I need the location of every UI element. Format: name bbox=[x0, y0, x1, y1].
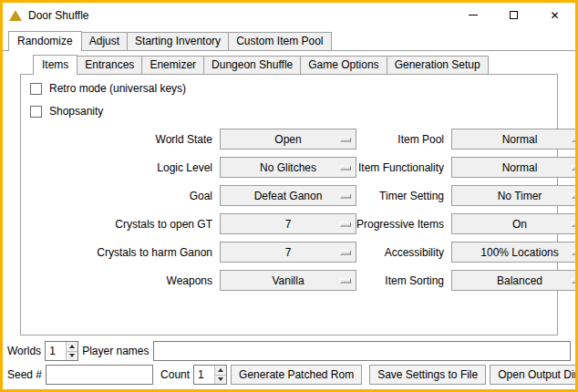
shopsanity-checkbox[interactable]: Shopsanity bbox=[30, 105, 550, 118]
setting-row: Crystals to open GT 7 bbox=[30, 213, 356, 234]
window: Door Shuffle ✕ Randomize Adjust Starting… bbox=[0, 0, 578, 392]
save-settings-button[interactable]: Save Settings to File bbox=[369, 365, 486, 385]
dropdown-indicator-icon bbox=[572, 278, 575, 283]
tab-custom-item-pool[interactable]: Custom Item Pool bbox=[228, 32, 331, 50]
settings-column-left: World State Open Logic Level No Glitches bbox=[30, 129, 356, 298]
seed-input[interactable] bbox=[46, 365, 153, 385]
weapons-label: Weapons bbox=[30, 274, 212, 287]
minimize-button[interactable] bbox=[452, 3, 493, 27]
dropdown-indicator-icon bbox=[340, 137, 351, 141]
goal-dropdown[interactable]: Defeat Ganon bbox=[220, 185, 356, 206]
arrow-up-icon bbox=[69, 345, 75, 348]
tab-enemizer[interactable]: Enemizer bbox=[141, 56, 204, 74]
arrow-down-icon bbox=[69, 354, 75, 357]
crystals-ganon-label: Crystals to harm Ganon bbox=[30, 246, 212, 259]
dropdown-indicator-icon bbox=[572, 165, 575, 170]
setting-row: Logic Level No Glitches bbox=[30, 157, 356, 178]
accessibility-dropdown[interactable]: 100% Locations bbox=[451, 242, 575, 263]
weapons-value: Vanilla bbox=[272, 274, 304, 287]
setting-row: World State Open bbox=[30, 129, 356, 150]
setting-row: Goal Defeat Ganon bbox=[30, 185, 356, 206]
spin-up-button[interactable] bbox=[67, 342, 77, 351]
world-state-value: Open bbox=[274, 133, 301, 146]
dropdown-indicator-icon bbox=[572, 193, 575, 198]
arrow-up-icon bbox=[218, 368, 223, 372]
setting-row: Accessibility 100% Locations bbox=[356, 242, 575, 263]
app-icon bbox=[9, 10, 22, 21]
logic-level-label: Logic Level bbox=[30, 161, 212, 174]
accessibility-label: Accessibility bbox=[356, 246, 444, 259]
tab-randomize[interactable]: Randomize bbox=[8, 31, 82, 51]
progressive-items-dropdown[interactable]: On bbox=[451, 213, 575, 234]
titlebar: Door Shuffle ✕ bbox=[3, 3, 575, 27]
close-button[interactable]: ✕ bbox=[534, 3, 575, 27]
crystals-gt-dropdown[interactable]: 7 bbox=[220, 213, 356, 234]
weapons-dropdown[interactable]: Vanilla bbox=[220, 270, 356, 291]
crystals-ganon-value: 7 bbox=[285, 246, 292, 259]
settings-grid: World State Open Logic Level No Glitches bbox=[30, 129, 550, 298]
spin-down-button[interactable] bbox=[215, 375, 226, 385]
dropdown-indicator-icon bbox=[340, 222, 351, 226]
player-names-input[interactable] bbox=[153, 341, 572, 361]
tab-items[interactable]: Items bbox=[33, 55, 77, 75]
items-panel: Retro mode (universal keys) Shopsanity W… bbox=[20, 74, 558, 335]
item-pool-dropdown[interactable]: Normal bbox=[451, 129, 575, 150]
goal-value: Defeat Ganon bbox=[254, 190, 323, 202]
setting-row: Item Functionality Normal bbox=[356, 157, 575, 178]
item-pool-label: Item Pool bbox=[356, 133, 444, 146]
tab-adjust[interactable]: Adjust bbox=[81, 32, 128, 50]
spin-buttons bbox=[214, 366, 226, 384]
tab-generation-setup[interactable]: Generation Setup bbox=[387, 56, 489, 74]
arrow-down-icon bbox=[218, 377, 223, 381]
secondary-tabs: Items Entrances Enemizer Dungeon Shuffle… bbox=[33, 55, 558, 74]
timer-setting-value: No Timer bbox=[498, 190, 542, 202]
logic-level-dropdown[interactable]: No Glitches bbox=[220, 157, 356, 178]
item-functionality-dropdown[interactable]: Normal bbox=[451, 157, 575, 178]
tab-starting-inventory[interactable]: Starting Inventory bbox=[127, 32, 229, 50]
retro-mode-checkbox[interactable]: Retro mode (universal keys) bbox=[30, 82, 550, 95]
crystals-gt-label: Crystals to open GT bbox=[30, 218, 212, 231]
spin-up-button[interactable] bbox=[215, 366, 226, 375]
spin-buttons bbox=[66, 342, 77, 360]
dropdown-indicator-icon bbox=[572, 222, 575, 226]
timer-setting-dropdown[interactable]: No Timer bbox=[451, 185, 575, 206]
minimize-icon bbox=[469, 15, 478, 15]
seed-label: Seed # bbox=[7, 368, 42, 381]
tab-dungeon-shuffle[interactable]: Dungeon Shuffle bbox=[203, 56, 301, 74]
maximize-icon bbox=[510, 11, 518, 19]
world-state-dropdown[interactable]: Open bbox=[220, 129, 356, 150]
seed-row: Seed # Count 1 Generate Patched Rom Save… bbox=[7, 365, 571, 385]
shopsanity-label: Shopsanity bbox=[49, 105, 103, 118]
item-sorting-dropdown[interactable]: Balanced bbox=[451, 270, 575, 291]
checkbox-box-icon bbox=[30, 106, 42, 118]
setting-row: Weapons Vanilla bbox=[30, 270, 356, 291]
setting-row: Progressive Items On bbox=[356, 213, 575, 234]
accessibility-value: 100% Locations bbox=[480, 246, 558, 259]
window-inner: Door Shuffle ✕ Randomize Adjust Starting… bbox=[3, 3, 575, 389]
setting-row: Timer Setting No Timer bbox=[356, 185, 575, 206]
item-pool-value: Normal bbox=[502, 133, 538, 146]
tab-entrances[interactable]: Entrances bbox=[77, 56, 142, 74]
worlds-spinbox[interactable]: 1 bbox=[45, 341, 78, 361]
crystals-gt-value: 7 bbox=[285, 218, 292, 231]
randomize-panel: Items Entrances Enemizer Dungeon Shuffle… bbox=[3, 51, 575, 335]
spin-down-button[interactable] bbox=[67, 351, 77, 361]
dropdown-indicator-icon bbox=[572, 250, 575, 254]
checkbox-box-icon bbox=[30, 83, 42, 95]
goal-label: Goal bbox=[30, 190, 212, 202]
retro-mode-label: Retro mode (universal keys) bbox=[49, 82, 186, 95]
count-label: Count bbox=[160, 368, 190, 381]
maximize-button[interactable] bbox=[493, 3, 534, 27]
settings-column-right: Item Pool Normal Item Functionality Norm… bbox=[356, 129, 575, 298]
worlds-label: Worlds bbox=[7, 345, 41, 357]
item-sorting-value: Balanced bbox=[497, 274, 542, 287]
window-title: Door Shuffle bbox=[28, 9, 89, 22]
generate-patched-rom-button[interactable]: Generate Patched Rom bbox=[231, 365, 362, 385]
count-spinbox[interactable]: 1 bbox=[193, 365, 227, 385]
tab-game-options[interactable]: Game Options bbox=[300, 56, 387, 74]
window-controls: ✕ bbox=[452, 3, 575, 27]
world-state-label: World State bbox=[30, 133, 212, 146]
crystals-ganon-dropdown[interactable]: 7 bbox=[220, 242, 356, 263]
dropdown-indicator-icon bbox=[572, 137, 575, 141]
open-output-directory-button[interactable]: Open Output Directory bbox=[490, 365, 575, 385]
